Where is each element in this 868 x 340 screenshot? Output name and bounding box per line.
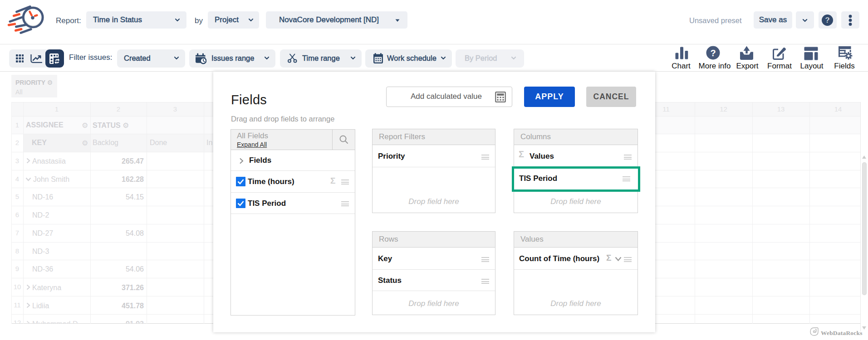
- svg-text:?: ?: [710, 48, 716, 58]
